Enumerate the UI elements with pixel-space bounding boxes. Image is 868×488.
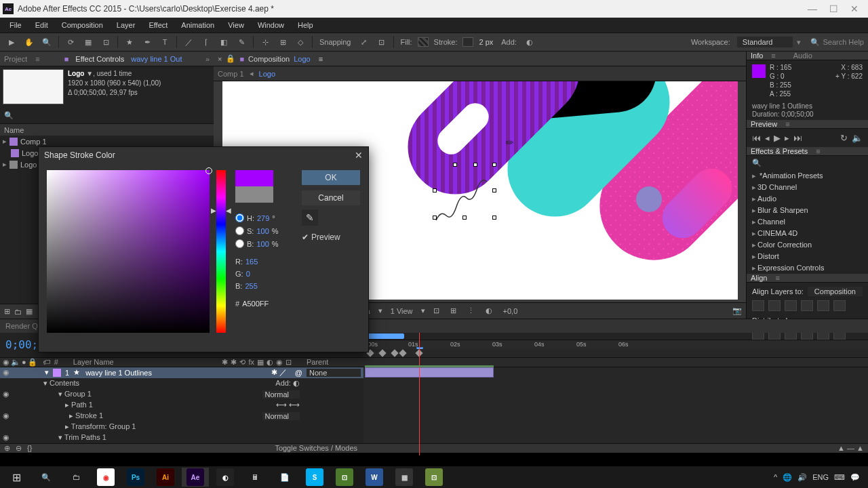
snapshot-icon[interactable]: 📷 bbox=[732, 306, 742, 315]
align-hcenter-button[interactable] bbox=[768, 300, 781, 311]
align-vcenter-button[interactable] bbox=[817, 300, 829, 311]
taskbar-notepad[interactable]: 📄 bbox=[271, 468, 298, 487]
new-folder-icon[interactable]: 🗀 bbox=[14, 308, 22, 316]
layer-label-color[interactable] bbox=[53, 369, 61, 377]
project-name-column[interactable]: Name bbox=[4, 126, 24, 134]
taskbar-skype[interactable]: S bbox=[301, 468, 328, 487]
preview-checkbox[interactable]: ✔ bbox=[302, 232, 309, 242]
taskbar-search[interactable]: 🔍 bbox=[33, 468, 60, 487]
tray-volume-icon[interactable]: 🔊 bbox=[797, 473, 807, 482]
effects-presets-tab[interactable]: Effects & Presets bbox=[751, 147, 808, 155]
project-tab[interactable]: Project bbox=[4, 55, 27, 63]
new-comp-icon[interactable]: ▦ bbox=[26, 307, 33, 316]
col-switch-icon[interactable]: ✱ bbox=[222, 358, 228, 367]
type-tool[interactable]: T bbox=[157, 35, 172, 49]
current-timecode[interactable]: 0;00; bbox=[5, 338, 38, 351]
menu-effect[interactable]: Effect bbox=[143, 20, 173, 30]
hand-tool[interactable]: ✋ bbox=[22, 35, 37, 49]
last-frame-button[interactable]: ⏭ bbox=[793, 133, 802, 143]
sat-value[interactable]: 100 bbox=[256, 227, 269, 235]
taskbar-camtasia[interactable]: ⊡ bbox=[331, 468, 358, 487]
prev-frame-button[interactable]: ◂ bbox=[765, 133, 770, 143]
taskbar-explorer[interactable]: 🗀 bbox=[62, 468, 90, 487]
old-color-swatch[interactable] bbox=[235, 186, 273, 203]
project-search-icon[interactable]: 🔍 bbox=[4, 111, 14, 120]
composition-tab-label[interactable]: Composition bbox=[248, 55, 290, 63]
green-value[interactable]: 0 bbox=[246, 270, 250, 278]
hue-radio[interactable] bbox=[235, 214, 244, 222]
time-ruler[interactable]: :00s 01s 02s 03s 04s 05s 06s bbox=[363, 340, 868, 349]
align-to-dropdown[interactable]: Composition bbox=[808, 287, 863, 296]
mute-button[interactable]: 🔈 bbox=[852, 133, 863, 143]
taskbar-illustrator[interactable]: Ai bbox=[152, 468, 179, 487]
shape-tool[interactable]: ★ bbox=[122, 35, 137, 49]
hue-slider[interactable]: ▶◀ bbox=[216, 170, 226, 333]
fill-swatch[interactable] bbox=[418, 37, 429, 47]
effects-category[interactable]: ▸Color Correction bbox=[747, 239, 868, 251]
puppet-tool[interactable]: ⊹ bbox=[258, 35, 273, 49]
menu-composition[interactable]: Composition bbox=[56, 20, 108, 30]
eyedropper-button[interactable]: ✎ bbox=[302, 209, 318, 226]
loop-button[interactable]: ↻ bbox=[840, 133, 848, 143]
taskbar-photoshop[interactable]: Ps bbox=[122, 468, 149, 487]
play-button[interactable]: ▶ bbox=[774, 133, 781, 143]
minimize-button[interactable]: — bbox=[808, 3, 817, 14]
align-bottom-button[interactable] bbox=[833, 300, 846, 311]
layer-property-row[interactable]: ▾ Contents Add: ◐ bbox=[0, 378, 363, 389]
ok-button[interactable]: OK bbox=[302, 170, 360, 185]
preview-tab[interactable]: Preview bbox=[751, 120, 777, 128]
tool-b[interactable]: ⊞ bbox=[275, 35, 290, 49]
tl-zoom-icon[interactable]: ⊖ bbox=[16, 444, 22, 453]
visibility-toggle[interactable]: ◉ bbox=[3, 368, 12, 377]
dialog-close-button[interactable]: ✕ bbox=[355, 150, 363, 161]
new-color-swatch[interactable] bbox=[235, 170, 273, 186]
col-audio-icon[interactable]: 🔈 bbox=[11, 358, 20, 366]
panel-menu-icon[interactable]: ≡ bbox=[319, 55, 323, 63]
brush-tool[interactable]: ／ bbox=[181, 35, 196, 49]
layer-property-row[interactable]: ◉▾ Trim Paths 1 bbox=[0, 432, 363, 443]
parent-column[interactable]: Parent bbox=[307, 358, 361, 366]
menu-layer[interactable]: Layer bbox=[111, 20, 141, 30]
tray-network-icon[interactable]: 🌐 bbox=[783, 473, 792, 482]
rotate-tool[interactable]: ⟳ bbox=[63, 35, 78, 49]
menu-help[interactable]: Help bbox=[292, 20, 319, 30]
saturation-value-picker[interactable] bbox=[47, 170, 210, 333]
add-shape-button[interactable]: ◐ bbox=[522, 35, 537, 49]
roto-tool[interactable]: ✎ bbox=[234, 35, 249, 49]
layer-property-row[interactable]: ◉▾ Group 1 Normal bbox=[0, 389, 363, 400]
align-left-button[interactable] bbox=[752, 300, 764, 311]
menu-edit[interactable]: Edit bbox=[30, 20, 54, 30]
close-comp-tab[interactable]: × bbox=[218, 55, 222, 63]
snap-grid-icon[interactable]: ⊡ bbox=[374, 35, 389, 49]
layer-property-row[interactable]: ◉▸ Stroke 1 Normal bbox=[0, 411, 363, 422]
view-icon-a[interactable]: ⊡ bbox=[431, 306, 442, 315]
audio-tab[interactable]: Audio bbox=[793, 52, 812, 60]
taskbar-aftereffects[interactable]: Ae bbox=[182, 468, 209, 487]
view-icon-b[interactable]: ⊞ bbox=[448, 306, 459, 315]
snap-icon[interactable]: ⤢ bbox=[357, 35, 372, 49]
tray-keyboard-icon[interactable]: ⌨ bbox=[834, 473, 845, 482]
color-mgmt-icon[interactable]: ◐ bbox=[483, 306, 495, 315]
camera-tool[interactable]: ▦ bbox=[81, 35, 96, 49]
pen-tool[interactable]: ✒ bbox=[140, 35, 155, 49]
taskbar-word[interactable]: W bbox=[361, 468, 388, 487]
exposure-value[interactable]: +0,0 bbox=[500, 307, 521, 315]
tool-c[interactable]: ◇ bbox=[293, 35, 308, 49]
red-value[interactable]: 165 bbox=[245, 258, 258, 266]
flowchart-current[interactable]: Logo bbox=[259, 70, 275, 78]
effect-controls-tab[interactable]: Effect Controls bbox=[75, 55, 124, 63]
first-frame-button[interactable]: ⏮ bbox=[752, 133, 761, 143]
effects-category[interactable]: ▸Distort bbox=[747, 251, 868, 262]
col-label-icon[interactable]: 🏷 bbox=[43, 358, 50, 366]
taskbar-app3[interactable]: ⊡ bbox=[420, 468, 448, 487]
interpret-footage-icon[interactable]: ⊞ bbox=[4, 307, 10, 316]
taskbar-app2[interactable]: ▦ bbox=[391, 468, 418, 487]
project-thumbnail[interactable] bbox=[3, 69, 64, 104]
start-button[interactable]: ⊞ bbox=[3, 468, 30, 487]
align-top-button[interactable] bbox=[801, 300, 813, 311]
layer-property-row[interactable]: ▸ Transform: Group 1 bbox=[0, 422, 363, 432]
blend-mode-dropdown[interactable]: Normal bbox=[262, 412, 300, 420]
effects-category[interactable]: ▸3D Channel bbox=[747, 182, 868, 193]
tl-zoom-icon[interactable]: ⊕ bbox=[4, 444, 10, 453]
snapping-toggle[interactable]: Snapping bbox=[317, 38, 354, 46]
